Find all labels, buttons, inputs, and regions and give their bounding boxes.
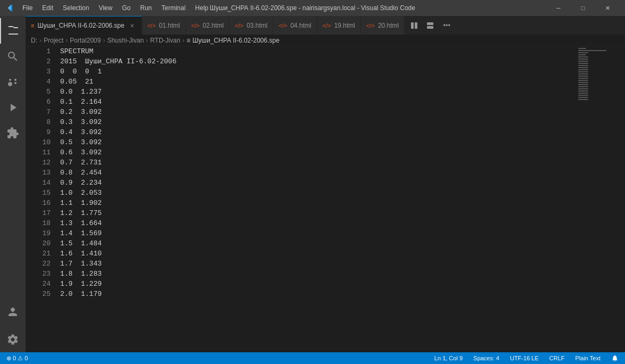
menu-run[interactable]: Run — [136, 3, 156, 13]
split-editor-button[interactable] — [407, 18, 422, 33]
tab-03html[interactable]: </> 03.html — [229, 16, 273, 35]
breadcrumb-project[interactable]: Project — [44, 37, 63, 44]
tab-20html[interactable]: </> 20.html — [361, 16, 405, 35]
menu-bar[interactable]: File Edit Selection View Go Run Terminal… — [18, 3, 212, 13]
code-line: 0.8 2.454 — [60, 168, 577, 178]
minimap-line — [578, 76, 588, 77]
line-number: 1 — [26, 46, 51, 56]
minimap-line — [578, 59, 588, 60]
activity-explorer[interactable] — [0, 18, 26, 44]
minimap-line — [578, 82, 588, 83]
line-number: 12 — [26, 158, 51, 168]
tab-active-spe[interactable]: ≡ Шуши_СНРА II-6.02-2006.spe ✕ — [26, 16, 142, 35]
encoding-label: UTF-16 LE — [510, 355, 539, 361]
line-number: 6 — [26, 97, 51, 107]
status-left: ⊗ 0 ⚠ 0 — [4, 352, 30, 364]
status-errors[interactable]: ⊗ 0 ⚠ 0 — [4, 352, 30, 364]
status-position[interactable]: Ln 1, Col 9 — [432, 352, 465, 364]
line-number: 18 — [26, 218, 51, 228]
line-number: 15 — [26, 188, 51, 198]
breadcrumb-rtd-jivan[interactable]: RTD-Jivan — [150, 37, 180, 44]
line-number: 7 — [26, 107, 51, 117]
breadcrumb-d[interactable]: D: — [31, 37, 37, 44]
code-line: 0.3 3.092 — [60, 117, 577, 127]
minimap-line — [578, 78, 588, 79]
breadcrumb-current-file[interactable]: ≡ Шуши_СНРА II-6.02-2006.spe — [187, 37, 279, 44]
code-editor[interactable]: SPECTRUM2015 Шуши_СНРА II-6.02-20060 0 0… — [55, 46, 577, 352]
minimap-line — [578, 50, 606, 51]
tab-19html[interactable]: </> 19.html — [317, 16, 361, 35]
activity-source-control[interactable] — [0, 69, 26, 95]
tab-icon-01html: </> — [147, 22, 156, 29]
menu-edit[interactable]: Edit — [38, 3, 57, 13]
activity-bar — [0, 16, 26, 352]
main-container: ≡ Шуши_СНРА II-6.02-2006.spe ✕ </> 01.ht… — [0, 16, 625, 352]
line-number: 16 — [26, 198, 51, 208]
code-line: 0.7 2.731 — [60, 158, 577, 168]
menu-view[interactable]: View — [94, 3, 117, 13]
tab-icon-20html: </> — [366, 22, 375, 29]
minimap-line — [578, 88, 588, 89]
svg-rect-3 — [427, 26, 433, 29]
code-line: 0.0 1.237 — [60, 87, 577, 97]
breadcrumb-portal2009[interactable]: Portal2009 — [70, 37, 101, 44]
code-line: 1.2 1.775 — [60, 208, 577, 218]
line-number: 3 — [26, 67, 51, 77]
code-line: 2.0 1.179 — [60, 289, 577, 299]
menu-file[interactable]: File — [18, 3, 37, 13]
editor-area: ≡ Шуши_СНРА II-6.02-2006.spe ✕ </> 01.ht… — [26, 16, 625, 352]
code-line: 1.4 1.569 — [60, 228, 577, 238]
minimap-line — [578, 95, 588, 96]
status-line-ending[interactable]: CRLF — [547, 352, 567, 364]
code-line: 1.9 1.229 — [60, 279, 577, 289]
code-line: 0.1 2.164 — [60, 97, 577, 107]
tabs-more-button[interactable]: ••• — [439, 16, 455, 35]
svg-rect-1 — [415, 22, 417, 29]
tab-04html[interactable]: </> 04.html — [273, 16, 317, 35]
activity-account[interactable] — [0, 301, 26, 327]
window-title: Шуши_СНРА II-6.02-2006.spe - nairisargsy… — [210, 4, 415, 12]
tab-close-spe[interactable]: ✕ — [128, 21, 136, 30]
code-line: SPECTRUM — [60, 46, 577, 56]
maximize-button[interactable]: □ — [571, 0, 595, 16]
minimap-line — [578, 54, 586, 55]
code-line: 0.05 21 — [60, 77, 577, 87]
activity-search[interactable] — [0, 44, 26, 69]
status-language[interactable]: Plain Text — [573, 352, 603, 364]
menu-terminal[interactable]: Terminal — [157, 3, 190, 13]
menu-go[interactable]: Go — [118, 3, 135, 13]
layout-button[interactable] — [423, 18, 438, 33]
tab-label-01html: 01.html — [159, 22, 180, 29]
status-notifications[interactable] — [609, 352, 621, 364]
status-spaces[interactable]: Spaces: 4 — [471, 352, 501, 364]
activity-run-debug[interactable] — [0, 95, 26, 120]
spaces-label: Spaces: 4 — [473, 355, 499, 361]
scrollbar-track[interactable] — [620, 46, 625, 352]
activity-settings[interactable] — [0, 327, 26, 352]
tab-01html[interactable]: </> 01.html — [142, 16, 186, 35]
line-number: 22 — [26, 259, 51, 269]
tab-02html[interactable]: </> 02.html — [186, 16, 229, 35]
breadcrumb: D: › Project › Portal2009 › Shushi-Jivan… — [26, 35, 625, 46]
status-right: Ln 1, Col 9 Spaces: 4 UTF-16 LE CRLF Pla… — [432, 352, 621, 364]
line-number: 24 — [26, 279, 51, 289]
breadcrumb-file-icon: ≡ — [187, 37, 191, 44]
line-number: 4 — [26, 77, 51, 87]
tab-icon-03html: </> — [235, 22, 243, 29]
activity-extensions[interactable] — [0, 120, 26, 146]
line-number: 17 — [26, 208, 51, 218]
window-controls[interactable]: ─ □ ✕ — [546, 0, 620, 16]
line-number: 20 — [26, 238, 51, 249]
breadcrumb-shushi-jivan[interactable]: Shushi-Jivan — [107, 37, 144, 44]
close-button[interactable]: ✕ — [595, 0, 620, 16]
minimap-line — [578, 80, 588, 81]
error-icon: ⊗ — [6, 355, 11, 362]
tab-label-spe: Шуши_СНРА II-6.02-2006.spe — [37, 22, 124, 29]
minimize-button[interactable]: ─ — [546, 0, 571, 16]
minimap-line — [578, 86, 588, 87]
menu-selection[interactable]: Selection — [59, 3, 93, 13]
status-encoding[interactable]: UTF-16 LE — [508, 352, 541, 364]
line-number: 25 — [26, 289, 51, 299]
code-line: 2015 Шуши_СНРА II-6.02-2006 — [60, 56, 577, 67]
cursor-position: Ln 1, Col 9 — [434, 355, 463, 361]
